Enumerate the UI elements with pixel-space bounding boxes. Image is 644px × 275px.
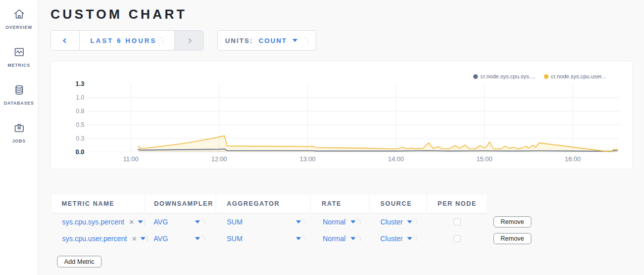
y-tick-label: 0.0: [76, 149, 84, 156]
sidebar-item-databases[interactable]: DATABASES: [0, 83, 38, 106]
column-header-downsampler: DOWNSAMPLER: [145, 195, 215, 213]
home-icon: [12, 7, 26, 21]
column-header-source: SOURCE: [370, 195, 426, 213]
time-next-button[interactable]: [174, 31, 203, 50]
source-select[interactable]: Cluster: [380, 235, 417, 243]
table-row: sys.cpu.user.percent✕AVGSUMNormalCluster…: [52, 231, 633, 247]
time-prev-button[interactable]: [51, 31, 80, 50]
source-select-value: Cluster: [380, 235, 403, 243]
chevron-down-icon: [138, 220, 143, 223]
legend-label: cr.node.sys.cpu.sys....: [480, 73, 535, 79]
column-header-aggregator: AGGREGATOR: [217, 195, 310, 213]
x-tick-label: 11:00: [117, 156, 145, 163]
databases-icon: [12, 83, 26, 97]
time-range-dropdown[interactable]: LAST 6 HOURS: [80, 31, 174, 50]
remove-metric-icon[interactable]: ✕: [129, 218, 134, 226]
main-content: CUSTOM CHART LAST 6 HOURS UNITS: COUNT: [38, 0, 644, 275]
rate-select-value: Normal: [323, 218, 345, 226]
y-tick-label: 1.3: [76, 80, 84, 87]
metric-name-select-value: sys.cpu.user.percent: [62, 235, 127, 243]
metrics-table: METRIC NAMEDOWNSAMPLERAGGREGATORRATESOUR…: [51, 195, 633, 267]
time-range-selector: LAST 6 HOURS: [51, 30, 204, 51]
chart-legend: cr.node.sys.cpu.sys....cr.node.sys.cpu.u…: [473, 73, 606, 79]
remove-row-button[interactable]: Remove: [493, 233, 531, 244]
column-header-metric-name: METRIC NAME: [52, 195, 144, 213]
column-header-rate: RATE: [311, 195, 369, 213]
table-header-row: METRIC NAMEDOWNSAMPLERAGGREGATORRATESOUR…: [52, 195, 633, 213]
controls-row: LAST 6 HOURS UNITS: COUNT: [51, 30, 633, 51]
sidebar-item-label: METRICS: [8, 63, 30, 68]
legend-dot-icon: [544, 74, 549, 79]
remove-row-button[interactable]: Remove: [493, 216, 531, 227]
per-node-checkbox[interactable]: [454, 235, 461, 242]
chevron-left-icon: [63, 38, 68, 43]
chart-plot: [87, 84, 619, 152]
units-selected-value: COUNT: [259, 37, 287, 44]
dropdown-ghost-mark: [303, 219, 306, 225]
dropdown-ghost-mark: [202, 236, 205, 242]
legend-label: cr.node.sys.cpu.user...: [551, 73, 606, 79]
sidebar-item-overview[interactable]: OVERVIEW: [0, 7, 38, 30]
chevron-down-icon: [351, 220, 356, 223]
chevron-down-icon: [407, 237, 412, 240]
source-select-value: Cluster: [380, 218, 403, 226]
page-title: CUSTOM CHART: [51, 7, 633, 22]
chevron-down-icon: [292, 39, 298, 42]
chart-card: cr.node.sys.cpu.sys....cr.node.sys.cpu.u…: [51, 61, 633, 169]
dropdown-ghost-mark: [202, 219, 205, 225]
y-tick-label: 0.3: [76, 135, 84, 142]
add-metric-button[interactable]: Add Metric: [57, 256, 102, 267]
table-row: sys.cpu.sys.percent✕AVGSUMNormalClusterR…: [52, 214, 633, 230]
rate-select-value: Normal: [323, 235, 345, 243]
downsampler-select-value: AVG: [154, 235, 168, 243]
aggregator-select[interactable]: SUM: [227, 218, 306, 226]
sidebar: OVERVIEWMETRICSDATABASESJOBS: [0, 0, 38, 275]
units-prefix-label: UNITS:: [225, 37, 253, 44]
downsampler-select-value: AVG: [154, 218, 168, 226]
metric-name-select-value: sys.cpu.sys.percent: [62, 218, 124, 226]
dropdown-ghost-mark: [144, 219, 145, 225]
table-body: sys.cpu.sys.percent✕AVGSUMNormalClusterR…: [51, 214, 633, 247]
sidebar-item-metrics[interactable]: METRICS: [0, 45, 38, 68]
chevron-down-icon: [140, 237, 145, 240]
sidebar-item-label: JOBS: [12, 139, 26, 144]
y-tick-label: 1.0: [76, 94, 84, 101]
chevron-down-icon: [195, 237, 200, 240]
sidebar-item-jobs[interactable]: JOBS: [0, 121, 38, 144]
dropdown-ghost-mark: [414, 219, 417, 225]
aggregator-select[interactable]: SUM: [227, 235, 306, 243]
y-tick-label: 0.8: [76, 108, 84, 115]
x-tick-label: 16:00: [559, 156, 587, 163]
downsampler-select[interactable]: AVG: [154, 235, 205, 243]
legend-item[interactable]: cr.node.sys.cpu.user...: [544, 73, 606, 79]
column-header-per-node: PER NODE: [427, 195, 487, 213]
chevron-down-icon: [195, 220, 200, 223]
downsampler-select[interactable]: AVG: [154, 218, 205, 226]
aggregator-select-value: SUM: [227, 235, 242, 243]
jobs-icon: [12, 121, 26, 135]
remove-metric-icon[interactable]: ✕: [131, 235, 137, 243]
x-tick-label: 15:00: [470, 156, 499, 163]
sidebar-item-label: OVERVIEW: [6, 25, 32, 30]
metric-name-select[interactable]: sys.cpu.user.percent✕: [62, 235, 144, 243]
chevron-down-icon: [351, 237, 356, 240]
metric-name-select[interactable]: sys.cpu.sys.percent✕: [62, 218, 144, 226]
units-dropdown[interactable]: UNITS: COUNT: [217, 30, 316, 51]
y-tick-label: 0.5: [76, 121, 84, 128]
metrics-icon: [12, 45, 26, 59]
chevron-down-icon: [296, 237, 301, 240]
chevron-down-icon: [407, 220, 412, 223]
dropdown-ghost-mark: [305, 37, 308, 43]
x-tick-label: 13:00: [293, 156, 322, 163]
dropdown-ghost-mark: [414, 236, 417, 242]
dropdown-ghost-mark: [160, 37, 164, 43]
x-axis-labels: 11:0012:0013:0014:0015:0016:00: [87, 156, 619, 164]
per-node-checkbox[interactable]: [454, 218, 461, 225]
rate-select[interactable]: Normal: [323, 235, 361, 243]
rate-select[interactable]: Normal: [323, 218, 361, 226]
sidebar-item-label: DATABASES: [4, 101, 34, 106]
source-select[interactable]: Cluster: [380, 218, 417, 226]
time-range-label: LAST 6 HOURS: [90, 37, 157, 44]
legend-dot-icon: [473, 74, 478, 79]
legend-item[interactable]: cr.node.sys.cpu.sys....: [473, 73, 535, 79]
